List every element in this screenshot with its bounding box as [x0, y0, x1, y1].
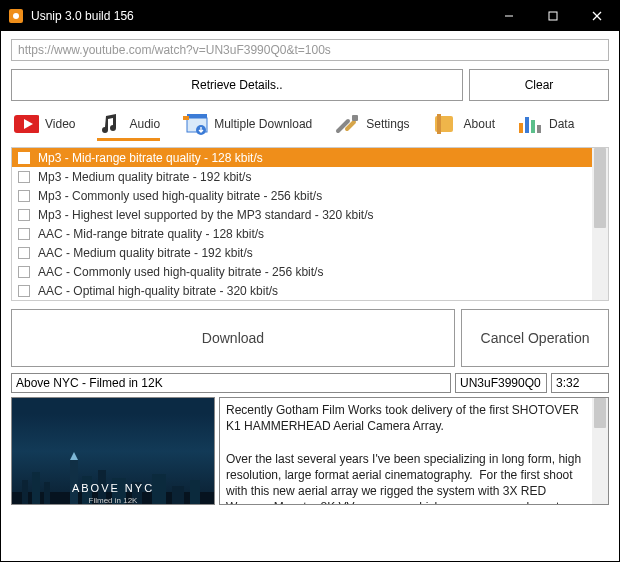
format-list: Mp3 - Mid-range bitrate quality - 128 kb…	[11, 147, 609, 301]
format-label: AAC - Mid-range bitrate quality - 128 kb…	[38, 227, 264, 241]
tab-label: About	[464, 117, 495, 131]
tab-settings[interactable]: Settings	[334, 113, 409, 141]
tabs: Video Audio Multiple Download Settings A…	[11, 113, 609, 141]
format-row[interactable]: AAC - Commonly used high-quality bitrate…	[12, 262, 608, 281]
format-label: Mp3 - Mid-range bitrate quality - 128 kb…	[38, 151, 263, 165]
svg-rect-7	[187, 114, 207, 118]
format-row[interactable]: AAC - Optimal high-quality bitrate - 320…	[12, 281, 608, 300]
maximize-button[interactable]	[531, 1, 575, 31]
minimize-button[interactable]	[487, 1, 531, 31]
format-label: AAC - Commonly used high-quality bitrate…	[38, 265, 323, 279]
scrollbar-thumb[interactable]	[594, 148, 606, 228]
tab-label: Data	[549, 117, 574, 131]
download-button[interactable]: Download	[11, 309, 455, 367]
window-title: Usnip 3.0 build 156	[31, 9, 487, 23]
scrollbar-thumb[interactable]	[594, 398, 606, 428]
video-title-input[interactable]	[11, 373, 451, 393]
svg-point-0	[13, 13, 19, 19]
video-icon	[13, 113, 39, 135]
scrollbar[interactable]	[592, 148, 608, 300]
close-button[interactable]	[575, 1, 619, 31]
checkbox[interactable]	[18, 209, 30, 221]
checkbox[interactable]	[18, 190, 30, 202]
tab-audio[interactable]: Audio	[97, 113, 160, 141]
url-input[interactable]	[11, 39, 609, 61]
checkbox[interactable]	[18, 171, 30, 183]
tab-label: Settings	[366, 117, 409, 131]
tab-data[interactable]: Data	[517, 113, 574, 141]
cancel-button[interactable]: Cancel Operation	[461, 309, 609, 367]
checkbox[interactable]	[18, 228, 30, 240]
multiple-download-icon	[182, 113, 208, 135]
svg-rect-16	[531, 120, 535, 133]
format-label: Mp3 - Highest level supported by the MP3…	[38, 208, 374, 222]
description-text: Recently Gotham Film Works took delivery…	[226, 403, 589, 505]
checkbox[interactable]	[18, 285, 30, 297]
description-box[interactable]: Recently Gotham Film Works took delivery…	[219, 397, 609, 505]
audio-icon	[97, 113, 123, 135]
tab-label: Multiple Download	[214, 117, 312, 131]
svg-rect-17	[537, 125, 541, 133]
checkbox[interactable]	[18, 266, 30, 278]
format-row[interactable]: AAC - Mid-range bitrate quality - 128 kb…	[12, 224, 608, 243]
format-row[interactable]: AAC - Medium quality bitrate - 192 kbit/…	[12, 243, 608, 262]
settings-icon	[334, 113, 360, 135]
checkbox[interactable]	[18, 152, 30, 164]
format-label: Mp3 - Commonly used high-quality bitrate…	[38, 189, 322, 203]
tab-multiple[interactable]: Multiple Download	[182, 113, 312, 141]
format-label: AAC - Optimal high-quality bitrate - 320…	[38, 284, 278, 298]
svg-marker-23	[70, 452, 78, 460]
svg-rect-2	[549, 12, 557, 20]
data-icon	[517, 113, 543, 135]
thumbnail-title: ABOVE NYC	[12, 482, 214, 494]
format-label: Mp3 - Medium quality bitrate - 192 kbit/…	[38, 170, 251, 184]
titlebar: Usnip 3.0 build 156	[1, 1, 619, 31]
tab-about[interactable]: About	[432, 113, 495, 141]
format-row[interactable]: Mp3 - Medium quality bitrate - 192 kbit/…	[12, 167, 608, 186]
video-id-input[interactable]	[455, 373, 547, 393]
format-row[interactable]: Mp3 - Commonly used high-quality bitrate…	[12, 186, 608, 205]
retrieve-button[interactable]: Retrieve Details..	[11, 69, 463, 101]
svg-rect-11	[352, 115, 358, 121]
thumbnail-subtitle: Filmed in 12K	[12, 496, 214, 505]
thumbnail: ABOVE NYC Filmed in 12K	[11, 397, 215, 505]
svg-rect-14	[519, 123, 523, 133]
app-icon	[9, 9, 23, 23]
format-row[interactable]: Mp3 - Mid-range bitrate quality - 128 kb…	[12, 148, 608, 167]
format-label: AAC - Medium quality bitrate - 192 kbit/…	[38, 246, 253, 260]
video-duration-input[interactable]	[551, 373, 609, 393]
svg-rect-15	[525, 117, 529, 133]
about-icon	[432, 113, 458, 135]
svg-rect-13	[437, 114, 441, 134]
svg-rect-9	[183, 116, 189, 120]
format-row[interactable]: Mp3 - Highest level supported by the MP3…	[12, 205, 608, 224]
tab-label: Audio	[129, 117, 160, 131]
scrollbar[interactable]	[592, 398, 608, 504]
tab-label: Video	[45, 117, 75, 131]
tab-video[interactable]: Video	[13, 113, 75, 141]
clear-button[interactable]: Clear	[469, 69, 609, 101]
checkbox[interactable]	[18, 247, 30, 259]
